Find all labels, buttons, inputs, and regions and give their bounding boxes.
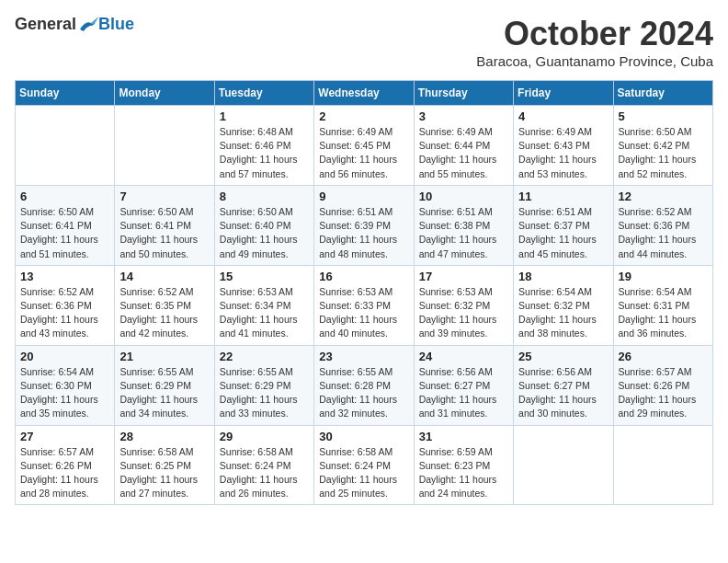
day-number: 24: [419, 350, 508, 363]
day-detail: Sunrise: 6:51 AM Sunset: 6:38 PM Dayligh…: [419, 205, 508, 261]
day-number: 19: [619, 270, 708, 283]
calendar-cell: 7Sunrise: 6:50 AM Sunset: 6:41 PM Daylig…: [115, 185, 214, 265]
day-number: 30: [319, 430, 408, 443]
calendar-table: SundayMondayTuesdayWednesdayThursdayFrid…: [15, 80, 713, 505]
day-detail: Sunrise: 6:57 AM Sunset: 6:26 PM Dayligh…: [20, 445, 109, 501]
day-number: 26: [619, 350, 708, 363]
day-number: 28: [119, 430, 209, 443]
day-detail: Sunrise: 6:55 AM Sunset: 6:29 PM Dayligh…: [119, 365, 209, 421]
day-detail: Sunrise: 6:52 AM Sunset: 6:36 PM Dayligh…: [20, 285, 109, 341]
calendar-cell: 11Sunrise: 6:51 AM Sunset: 6:37 PM Dayli…: [514, 185, 613, 265]
day-number: 20: [20, 350, 109, 363]
calendar-header-thursday: Thursday: [414, 81, 513, 106]
calendar-week-row: 27Sunrise: 6:57 AM Sunset: 6:26 PM Dayli…: [16, 425, 713, 505]
day-number: 25: [518, 350, 608, 363]
day-number: 16: [319, 270, 408, 283]
calendar-cell: 24Sunrise: 6:56 AM Sunset: 6:27 PM Dayli…: [414, 345, 513, 425]
calendar-cell: 2Sunrise: 6:49 AM Sunset: 6:45 PM Daylig…: [314, 106, 414, 186]
calendar-cell: 4Sunrise: 6:49 AM Sunset: 6:43 PM Daylig…: [514, 106, 613, 186]
calendar-cell: 23Sunrise: 6:55 AM Sunset: 6:28 PM Dayli…: [314, 345, 414, 425]
day-number: 10: [419, 190, 508, 203]
day-detail: Sunrise: 6:52 AM Sunset: 6:36 PM Dayligh…: [619, 205, 708, 261]
calendar-cell: 5Sunrise: 6:50 AM Sunset: 6:42 PM Daylig…: [613, 106, 712, 186]
day-detail: Sunrise: 6:50 AM Sunset: 6:40 PM Dayligh…: [220, 205, 309, 261]
day-number: 15: [220, 270, 309, 283]
day-detail: Sunrise: 6:53 AM Sunset: 6:34 PM Dayligh…: [220, 285, 309, 341]
day-detail: Sunrise: 6:54 AM Sunset: 6:31 PM Dayligh…: [619, 285, 708, 341]
logo-bird-icon: [78, 17, 98, 33]
day-detail: Sunrise: 6:54 AM Sunset: 6:30 PM Dayligh…: [20, 365, 109, 421]
calendar-cell: 17Sunrise: 6:53 AM Sunset: 6:32 PM Dayli…: [414, 265, 513, 345]
calendar-cell: 25Sunrise: 6:56 AM Sunset: 6:27 PM Dayli…: [514, 345, 613, 425]
day-number: 13: [20, 270, 109, 283]
day-number: 6: [20, 190, 109, 203]
day-detail: Sunrise: 6:50 AM Sunset: 6:41 PM Dayligh…: [20, 205, 109, 261]
calendar-cell: 20Sunrise: 6:54 AM Sunset: 6:30 PM Dayli…: [16, 345, 115, 425]
calendar-cell: 9Sunrise: 6:51 AM Sunset: 6:39 PM Daylig…: [314, 185, 414, 265]
calendar-week-row: 1Sunrise: 6:48 AM Sunset: 6:46 PM Daylig…: [16, 106, 713, 186]
calendar-header-saturday: Saturday: [613, 81, 712, 106]
day-detail: Sunrise: 6:49 AM Sunset: 6:44 PM Dayligh…: [419, 125, 508, 181]
day-number: 5: [619, 109, 708, 123]
calendar-cell: [613, 425, 712, 505]
calendar-cell: 28Sunrise: 6:58 AM Sunset: 6:25 PM Dayli…: [115, 425, 214, 505]
day-number: 22: [220, 350, 309, 363]
calendar-header-sunday: Sunday: [16, 81, 115, 106]
day-detail: Sunrise: 6:55 AM Sunset: 6:29 PM Dayligh…: [220, 365, 309, 421]
day-number: 9: [319, 190, 408, 203]
day-number: 23: [319, 350, 408, 363]
day-detail: Sunrise: 6:48 AM Sunset: 6:46 PM Dayligh…: [220, 125, 309, 181]
day-number: 11: [518, 190, 608, 203]
calendar-cell: 30Sunrise: 6:58 AM Sunset: 6:24 PM Dayli…: [314, 425, 414, 505]
calendar-header-monday: Monday: [115, 81, 214, 106]
day-number: 2: [319, 109, 408, 123]
calendar-header-friday: Friday: [514, 81, 613, 106]
calendar-cell: 8Sunrise: 6:50 AM Sunset: 6:40 PM Daylig…: [214, 185, 313, 265]
calendar-cell: 27Sunrise: 6:57 AM Sunset: 6:26 PM Dayli…: [16, 425, 115, 505]
calendar-header-wednesday: Wednesday: [314, 81, 414, 106]
day-number: 1: [220, 109, 309, 123]
location-subtitle: Baracoa, Guantanamo Province, Cuba: [476, 53, 713, 69]
calendar-week-row: 6Sunrise: 6:50 AM Sunset: 6:41 PM Daylig…: [16, 185, 713, 265]
calendar-cell: 15Sunrise: 6:53 AM Sunset: 6:34 PM Dayli…: [214, 265, 313, 345]
calendar-cell: 16Sunrise: 6:53 AM Sunset: 6:33 PM Dayli…: [314, 265, 414, 345]
calendar-cell: 31Sunrise: 6:59 AM Sunset: 6:23 PM Dayli…: [414, 425, 513, 505]
calendar-cell: 18Sunrise: 6:54 AM Sunset: 6:32 PM Dayli…: [514, 265, 613, 345]
calendar-cell: 10Sunrise: 6:51 AM Sunset: 6:38 PM Dayli…: [414, 185, 513, 265]
calendar-cell: [115, 106, 214, 186]
day-number: 7: [119, 190, 209, 203]
day-detail: Sunrise: 6:50 AM Sunset: 6:41 PM Dayligh…: [119, 205, 209, 261]
day-detail: Sunrise: 6:49 AM Sunset: 6:45 PM Dayligh…: [319, 125, 408, 181]
calendar-cell: 29Sunrise: 6:58 AM Sunset: 6:24 PM Dayli…: [214, 425, 313, 505]
day-detail: Sunrise: 6:58 AM Sunset: 6:25 PM Dayligh…: [119, 445, 209, 501]
logo-general-text: General: [15, 15, 76, 34]
day-number: 14: [119, 270, 209, 283]
day-number: 17: [419, 270, 508, 283]
day-detail: Sunrise: 6:58 AM Sunset: 6:24 PM Dayligh…: [220, 445, 309, 501]
day-number: 29: [220, 430, 309, 443]
day-detail: Sunrise: 6:53 AM Sunset: 6:33 PM Dayligh…: [319, 285, 408, 341]
day-number: 8: [220, 190, 309, 203]
day-number: 12: [619, 190, 708, 203]
day-detail: Sunrise: 6:53 AM Sunset: 6:32 PM Dayligh…: [419, 285, 508, 341]
calendar-cell: 19Sunrise: 6:54 AM Sunset: 6:31 PM Dayli…: [613, 265, 712, 345]
day-number: 3: [419, 109, 508, 123]
calendar-cell: 13Sunrise: 6:52 AM Sunset: 6:36 PM Dayli…: [16, 265, 115, 345]
calendar-cell: [514, 425, 613, 505]
calendar-cell: 22Sunrise: 6:55 AM Sunset: 6:29 PM Dayli…: [214, 345, 313, 425]
page-header: General Blue October 2024 Baracoa, Guant…: [15, 15, 713, 69]
day-detail: Sunrise: 6:59 AM Sunset: 6:23 PM Dayligh…: [419, 445, 508, 501]
logo-blue-text: Blue: [98, 15, 134, 34]
day-number: 21: [119, 350, 209, 363]
day-detail: Sunrise: 6:51 AM Sunset: 6:39 PM Dayligh…: [319, 205, 408, 261]
day-detail: Sunrise: 6:56 AM Sunset: 6:27 PM Dayligh…: [518, 365, 608, 421]
calendar-cell: 14Sunrise: 6:52 AM Sunset: 6:35 PM Dayli…: [115, 265, 214, 345]
calendar-cell: 3Sunrise: 6:49 AM Sunset: 6:44 PM Daylig…: [414, 106, 513, 186]
calendar-cell: 6Sunrise: 6:50 AM Sunset: 6:41 PM Daylig…: [16, 185, 115, 265]
day-detail: Sunrise: 6:50 AM Sunset: 6:42 PM Dayligh…: [619, 125, 708, 181]
day-detail: Sunrise: 6:52 AM Sunset: 6:35 PM Dayligh…: [119, 285, 209, 341]
day-detail: Sunrise: 6:54 AM Sunset: 6:32 PM Dayligh…: [518, 285, 608, 341]
calendar-week-row: 13Sunrise: 6:52 AM Sunset: 6:36 PM Dayli…: [16, 265, 713, 345]
day-number: 31: [419, 430, 508, 443]
calendar-cell: 21Sunrise: 6:55 AM Sunset: 6:29 PM Dayli…: [115, 345, 214, 425]
